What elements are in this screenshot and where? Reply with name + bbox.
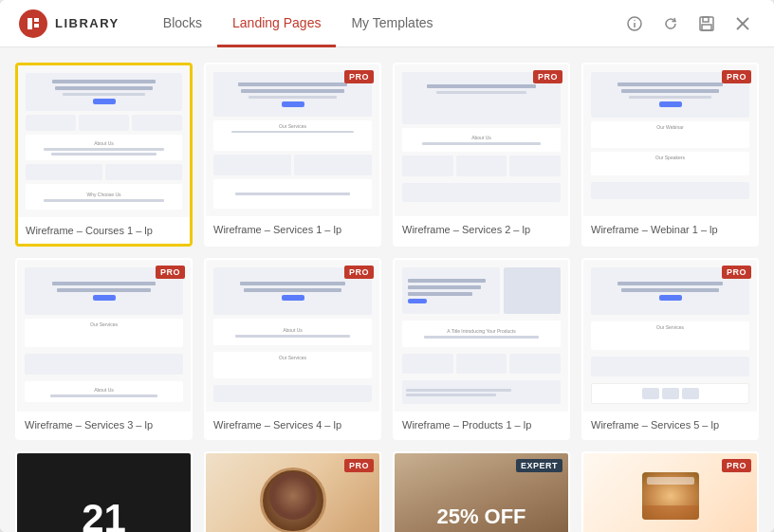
svg-rect-0: [28, 18, 32, 29]
card-preview: PRO Our Services: [17, 260, 191, 412]
tab-my-templates[interactable]: My Templates: [336, 1, 448, 47]
expert-badge: EXPERT: [516, 459, 562, 472]
card-label: Wireframe – Courses 1 – lp: [18, 217, 190, 244]
modal-header: LIBRARY Blocks Landing Pages My Template…: [0, 0, 774, 47]
card-preview: About Us Why Choose Us: [18, 65, 190, 217]
close-icon[interactable]: [730, 11, 755, 36]
template-card-wireframe-webinar-1[interactable]: PRO Our Webinar: [581, 63, 759, 247]
card-preview: PRO About Us Our Services: [206, 260, 379, 412]
svg-rect-1: [34, 18, 39, 22]
save-icon[interactable]: [694, 11, 719, 36]
header-actions: [622, 11, 755, 36]
template-card-cakes-online[interactable]: PRO 20% OFF ALLCAKES ONLINE Cakes Online: [581, 451, 759, 532]
svg-rect-8: [702, 25, 711, 30]
card-label: Wireframe – Webinar 1 – lp: [583, 216, 757, 243]
card-preview: PRO Our Webinar: [583, 64, 757, 216]
template-card-large-plate[interactable]: 21 LargePlate Large Plate: [15, 451, 193, 532]
card-preview: 21 LargePlate: [17, 453, 191, 532]
pro-badge: PRO: [344, 70, 374, 83]
template-grid-container: About Us Why Choose Us: [0, 47, 774, 532]
template-card-wireframe-courses-1[interactable]: About Us Why Choose Us: [15, 63, 193, 247]
tab-landing-pages[interactable]: Landing Pages: [217, 1, 336, 47]
logo-area: LIBRARY: [19, 9, 120, 38]
pro-badge: PRO: [722, 459, 751, 472]
discount-value: 25% OFF: [436, 506, 525, 527]
pro-badge: PRO: [344, 266, 374, 279]
pro-badge: PRO: [156, 266, 185, 279]
card-preview: A Title Introducing Your Products: [395, 260, 568, 412]
svg-rect-7: [703, 17, 709, 22]
card-preview: PRO Our Services: [583, 260, 757, 412]
info-icon[interactable]: [622, 11, 647, 36]
pro-badge: PRO: [722, 266, 751, 279]
card-label: Wireframe – Services 3 – lp: [17, 412, 191, 438]
photo-number: 21: [82, 499, 126, 532]
template-grid: About Us Why Choose Us: [15, 63, 759, 532]
tab-navigation: Blocks Landing Pages My Templates: [148, 0, 622, 46]
card-label: Wireframe – Services 1 – lp: [206, 216, 379, 243]
template-card-wireframe-products-1[interactable]: A Title Introducing Your Products Wirefr…: [393, 258, 570, 440]
card-preview: PRO Baby Sleep WithWellness & Healthy Li…: [206, 453, 379, 532]
template-card-hotel-rooms[interactable]: EXPERT 25% OFF All Rooms& Suites Hotel R…: [393, 451, 570, 532]
svg-point-5: [634, 19, 635, 20]
pro-badge: PRO: [344, 459, 374, 472]
template-card-wireframe-services-1[interactable]: PRO Our Services: [204, 63, 381, 247]
template-card-wireframe-services-3[interactable]: PRO Our Services: [15, 258, 193, 440]
template-card-wireframe-services-4[interactable]: PRO About Us Our Services: [204, 258, 381, 440]
library-modal: LIBRARY Blocks Landing Pages My Template…: [0, 0, 774, 532]
card-preview: PRO Our Services: [206, 64, 379, 216]
card-label: Wireframe – Services 5 – lp: [583, 412, 757, 438]
card-label: Wireframe – Products 1 – lp: [395, 412, 568, 438]
pro-badge: PRO: [722, 70, 751, 83]
library-title: LIBRARY: [55, 16, 120, 30]
template-card-wireframe-services-5[interactable]: PRO Our Services: [581, 258, 759, 440]
elementor-logo: [19, 9, 47, 38]
card-label: Wireframe – Services 2 – lp: [395, 216, 568, 243]
template-card-wireframe-services-2[interactable]: PRO About Us: [393, 63, 570, 247]
card-label: Wireframe – Services 4 – lp: [206, 412, 379, 438]
svg-rect-2: [34, 24, 39, 28]
card-preview: EXPERT 25% OFF All Rooms& Suites: [395, 453, 568, 532]
tab-blocks[interactable]: Blocks: [148, 1, 217, 47]
pro-badge: PRO: [533, 70, 562, 83]
card-preview: PRO About Us: [395, 64, 568, 216]
refresh-icon[interactable]: [658, 11, 683, 36]
template-card-baby-sleep[interactable]: PRO Baby Sleep WithWellness & Healthy Li…: [204, 451, 381, 532]
card-preview: PRO 20% OFF ALLCAKES ONLINE: [583, 453, 757, 532]
